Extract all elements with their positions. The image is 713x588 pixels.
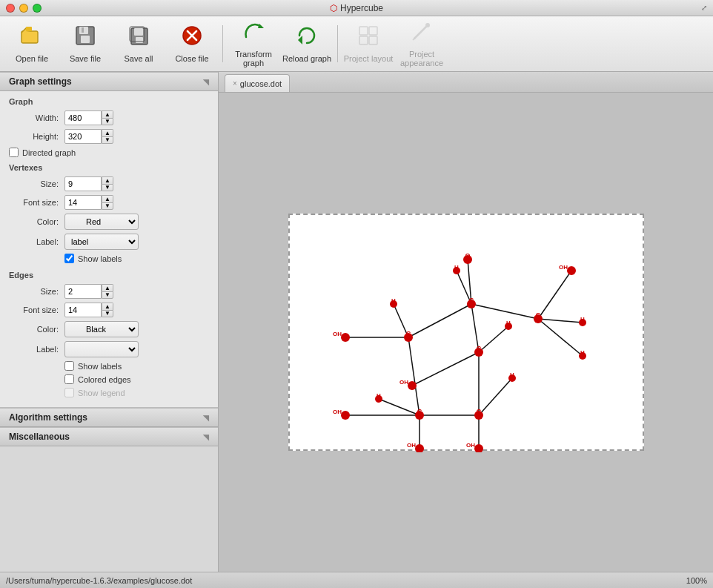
minimize-button[interactable] [19,4,28,13]
edge-size-input[interactable] [64,284,102,299]
svg-text:OH: OH [333,409,342,415]
misc-corner-decoration: ◥ [203,433,209,441]
height-up-btn[interactable]: ▲ [102,129,113,136]
save-file-label: Save file [70,54,101,63]
colored-edges-label[interactable]: Colored edges [78,375,131,384]
reload-graph-button[interactable]: Reload graph [281,19,333,69]
edge-font-size-input[interactable] [64,303,102,317]
close-file-label: Close file [175,54,208,63]
graph-canvas[interactable]: C C C C C C [288,214,644,451]
svg-text:C: C [476,408,481,415]
svg-rect-8 [136,37,143,43]
svg-line-22 [408,304,471,337]
graph-svg: C C C C C C [290,215,646,452]
height-input[interactable] [64,129,102,144]
edge-font-size-down[interactable]: ▼ [102,310,113,317]
edge-color-label: Color: [9,325,64,334]
edge-show-labels-checkbox[interactable] [64,361,74,371]
colored-edges-checkbox[interactable] [64,374,74,384]
svg-rect-15 [359,27,368,35]
vertex-font-size-input[interactable] [64,195,102,210]
height-down-btn[interactable]: ▼ [102,136,113,144]
width-up-btn[interactable]: ▲ [102,110,113,118]
miscellaneous-header[interactable]: Miscellaneous ◥ [0,427,218,446]
directed-graph-label[interactable]: Directed graph [22,148,76,157]
save-all-icon [128,25,149,51]
svg-line-40 [538,319,583,356]
svg-line-28 [471,304,538,319]
tab-bar: × glucose.dot [219,72,713,93]
svg-text:C: C [405,330,411,337]
svg-text:C: C [535,311,540,319]
vertex-label-label: Label: [9,237,64,246]
canvas-area[interactable]: C C C C C C [219,93,713,572]
svg-rect-1 [26,27,32,31]
svg-marker-14 [298,36,302,44]
show-legend-row: Show legend [64,388,209,397]
toolbar: Open file Save file Save all Close file … [0,16,713,72]
vertex-color-select[interactable]: Red [64,214,139,230]
open-file-button[interactable]: Open file [6,19,58,69]
svg-text:OH: OH [559,264,568,271]
tab-close-icon[interactable]: × [233,79,237,87]
svg-rect-0 [21,31,38,43]
vertex-size-up[interactable]: ▲ [102,176,113,184]
edge-font-size-row: Font size: ▲ ▼ [9,303,209,317]
close-file-button[interactable]: Close file [166,19,218,69]
vertex-font-size-down[interactable]: ▼ [102,202,113,210]
svg-text:C: C [417,408,422,415]
svg-text:OH: OH [407,442,416,449]
save-file-button[interactable]: Save file [59,19,111,69]
svg-point-59 [415,444,424,452]
graph-settings-content: Graph Width: ▲ ▼ Height: ▲ [0,91,218,408]
svg-line-29 [412,352,479,386]
svg-text:C: C [468,297,474,304]
zoom-level: 100% [686,576,707,585]
svg-line-30 [479,326,508,352]
svg-rect-17 [359,36,368,44]
vertex-show-labels-row: Show labels [64,254,209,263]
save-all-button[interactable]: Save all [113,19,165,69]
vertex-size-down[interactable]: ▼ [102,184,113,191]
save-all-label: Save all [124,54,153,63]
vertex-font-size-btns: ▲ ▼ [102,195,113,210]
vertex-font-size-row: Font size: ▲ ▼ [9,195,209,210]
vertex-show-labels-label[interactable]: Show labels [78,254,122,263]
edge-show-labels-label[interactable]: Show labels [78,362,122,371]
width-down-btn[interactable]: ▼ [102,118,113,125]
glucose-tab[interactable]: × glucose.dot [225,74,290,92]
show-legend-checkbox[interactable] [64,388,74,397]
transform-graph-button[interactable]: Transform graph [228,19,279,69]
edge-font-size-label: Font size: [9,305,64,314]
edges-subsection-label: Edges [9,271,209,280]
show-legend-label: Show legend [78,389,125,397]
vertex-font-size-label: Font size: [9,198,64,207]
edge-font-size-up[interactable]: ▲ [102,303,113,310]
save-file-icon [75,25,96,51]
graph-settings-header[interactable]: Graph settings ◥ [0,72,218,91]
edge-size-down[interactable]: ▼ [102,291,113,299]
svg-text:OH: OH [466,442,475,449]
svg-point-57 [341,411,350,420]
expand-icon[interactable]: ⤢ [701,4,707,12]
svg-point-55 [408,381,417,390]
directed-graph-checkbox[interactable] [9,148,19,157]
algorithm-settings-header[interactable]: Algorithm settings ◥ [0,408,218,427]
edge-color-select[interactable]: Black [64,321,139,337]
vertex-show-labels-checkbox[interactable] [64,254,74,263]
vertex-font-size-up[interactable]: ▲ [102,195,113,202]
maximize-button[interactable] [33,4,42,13]
edge-label-select[interactable] [64,341,139,357]
project-layout-label: Project layout [344,54,394,63]
width-input[interactable] [64,110,102,125]
close-button[interactable] [6,4,15,13]
edge-size-up[interactable]: ▲ [102,284,113,291]
vertex-label-select[interactable]: label [64,234,139,250]
vertex-size-input[interactable] [64,176,102,191]
open-file-icon [20,25,44,51]
svg-text:H: H [510,371,514,378]
miscellaneous-label: Miscellaneous [9,432,70,442]
svg-line-37 [379,399,419,415]
left-panel: Graph settings ◥ Graph Width: ▲ ▼ He [0,72,219,572]
toolbar-separator-2 [337,25,338,62]
